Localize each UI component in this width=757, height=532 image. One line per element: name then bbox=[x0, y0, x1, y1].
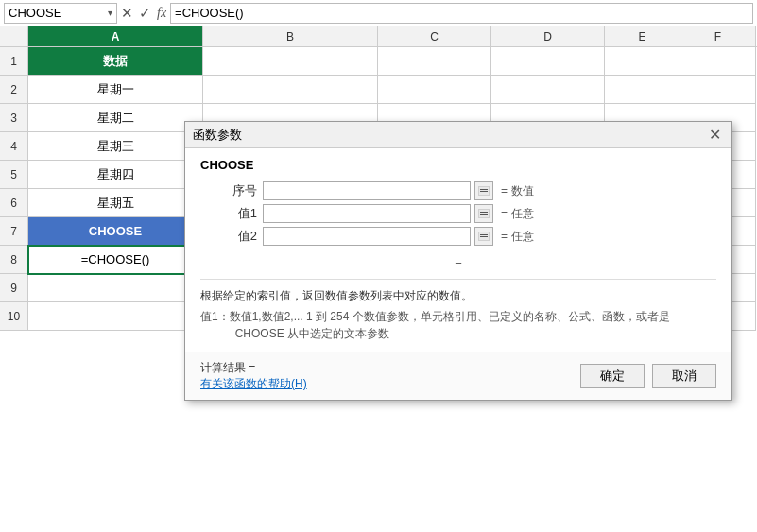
svg-rect-7 bbox=[480, 214, 488, 215]
function-args-dialog: 函数参数 ✕ CHOOSE 序号 = bbox=[184, 121, 732, 401]
dialog-title: 函数参数 bbox=[193, 127, 242, 144]
formula-icons: ✕ ✓ fx bbox=[121, 5, 166, 22]
param-ref-btn-index[interactable] bbox=[474, 181, 493, 200]
param-ref-btn-val1[interactable] bbox=[474, 204, 493, 223]
param-row-index: 序号 = 数值 bbox=[200, 181, 716, 200]
dialog-overlay: 函数参数 ✕ CHOOSE 序号 = bbox=[0, 26, 757, 331]
param-label-val1: 值1 bbox=[200, 205, 257, 222]
dialog-params: 序号 = 数值 值1 bbox=[200, 181, 716, 246]
param-row-val1: 值1 = 任意 bbox=[200, 204, 716, 223]
formula-value: =CHOOSE() bbox=[175, 6, 244, 20]
param-input-val1[interactable] bbox=[263, 204, 471, 223]
dialog-titlebar: 函数参数 ✕ bbox=[185, 122, 731, 148]
param-result-val2: 任意 bbox=[511, 229, 534, 245]
param-result-index: 数值 bbox=[511, 183, 534, 199]
dialog-desc-main: 根据给定的索引值，返回数值参数列表中对应的数值。 bbox=[200, 287, 716, 304]
formula-input[interactable]: =CHOOSE() bbox=[170, 3, 753, 24]
param-input-container-index: = 数值 bbox=[263, 181, 716, 200]
param-eq-1: = bbox=[501, 184, 508, 197]
formula-bar: CHOOSE ▾ ✕ ✓ fx =CHOOSE() bbox=[0, 0, 757, 26]
param-input-index[interactable] bbox=[263, 181, 471, 200]
svg-rect-6 bbox=[480, 212, 488, 213]
svg-rect-10 bbox=[480, 234, 488, 235]
equals-row: = bbox=[200, 253, 716, 275]
equals-sign: = bbox=[455, 257, 462, 271]
param-input-container-val2: = 任意 bbox=[263, 227, 716, 246]
dialog-description: 根据给定的索引值，返回数值参数列表中对应的数值。 值1：数值1,数值2,... … bbox=[200, 279, 716, 342]
svg-rect-2 bbox=[480, 189, 488, 190]
svg-rect-11 bbox=[480, 236, 488, 237]
calc-result: 计算结果 = bbox=[200, 360, 307, 376]
param-input-container-val1: = 任意 bbox=[263, 204, 716, 223]
param-ref-btn-val2[interactable] bbox=[474, 227, 493, 246]
dialog-close-button[interactable]: ✕ bbox=[705, 126, 724, 145]
confirm-formula-icon[interactable]: ✓ bbox=[139, 5, 151, 22]
dialog-footer-left: 计算结果 = 有关该函数的帮助(H) bbox=[200, 360, 307, 392]
dialog-func-name: CHOOSE bbox=[200, 158, 716, 172]
param-eq-2: = bbox=[501, 207, 508, 220]
name-box-dropdown-icon[interactable]: ▾ bbox=[108, 8, 112, 18]
dialog-footer: 计算结果 = 有关该函数的帮助(H) 确定 取消 bbox=[185, 352, 731, 400]
param-row-val2: 值2 = 任意 bbox=[200, 227, 716, 246]
name-box[interactable]: CHOOSE ▾ bbox=[4, 3, 117, 24]
svg-rect-3 bbox=[480, 191, 488, 192]
dialog-buttons: 确定 取消 bbox=[580, 364, 716, 388]
dialog-help-link[interactable]: 有关该函数的帮助(H) bbox=[200, 377, 307, 390]
cancel-formula-icon[interactable]: ✕ bbox=[121, 5, 133, 22]
cancel-button[interactable]: 取消 bbox=[652, 364, 716, 388]
param-label-index: 序号 bbox=[200, 182, 257, 199]
name-box-text: CHOOSE bbox=[9, 6, 61, 20]
param-input-val2[interactable] bbox=[263, 227, 471, 246]
confirm-button[interactable]: 确定 bbox=[580, 364, 645, 388]
param-eq-3: = bbox=[501, 230, 508, 243]
fx-icon[interactable]: fx bbox=[157, 6, 166, 21]
param-result-val1: 任意 bbox=[511, 206, 534, 222]
spreadsheet: A B C D E F 1 数据 2 星期一 3 bbox=[0, 26, 757, 331]
param-label-val2: 值2 bbox=[200, 228, 257, 245]
dialog-body: CHOOSE 序号 = 数值 bbox=[185, 148, 731, 352]
dialog-desc-detail: 值1：数值1,数值2,... 1 到 254 个数值参数，单元格引用、已定义的名… bbox=[200, 308, 716, 342]
